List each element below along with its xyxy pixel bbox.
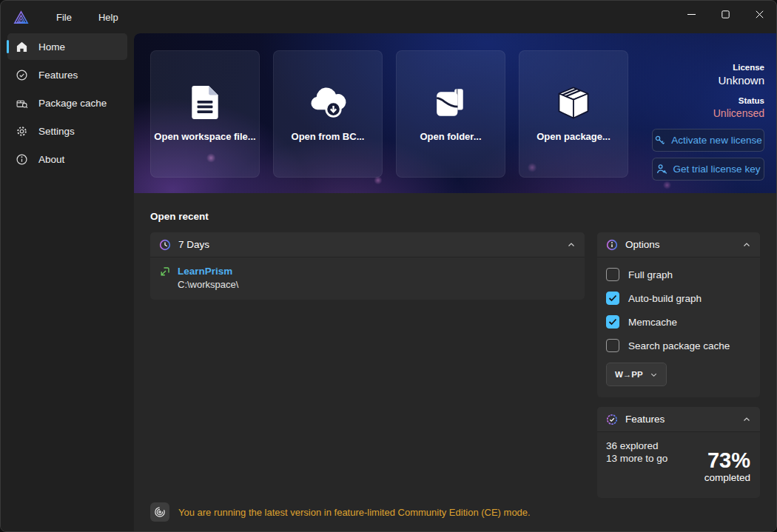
key-icon: [654, 135, 665, 146]
close-button[interactable]: [742, 1, 776, 27]
license-value: Unknown: [652, 74, 764, 87]
folder-icon: [431, 82, 470, 124]
features-completed-label: completed: [704, 472, 750, 483]
chevron-up-icon[interactable]: [742, 240, 751, 249]
option-memcache: Memcache: [597, 310, 760, 334]
sidebar-item-label: Settings: [38, 126, 75, 137]
recent-item-name: LearnPrism: [178, 266, 238, 277]
features-remaining: 13 more to go: [606, 452, 667, 465]
open-workspace-card[interactable]: Open workspace file...: [150, 50, 260, 178]
recent-group-label: 7 Days: [178, 239, 209, 250]
person-key-icon: [656, 164, 667, 175]
open-recent-title: Open recent: [150, 211, 760, 222]
window-controls: [674, 1, 776, 27]
checkbox-label: Auto-build graph: [628, 293, 702, 304]
home-icon: [14, 41, 29, 53]
open-package-card[interactable]: Open package...: [519, 50, 628, 178]
clock-icon: [159, 239, 171, 251]
cloud-download-icon: [307, 82, 349, 124]
gear-icon: [14, 125, 29, 138]
features-header[interactable]: Features: [597, 407, 760, 432]
content-area: Open recent 7 Days: [134, 193, 776, 531]
option-auto-build-graph: Auto-build graph: [597, 286, 760, 310]
card-label: Open from BC...: [292, 131, 365, 142]
minimize-button[interactable]: [674, 1, 708, 27]
document-icon: [188, 82, 222, 124]
options-title: Options: [625, 239, 660, 250]
chevron-up-icon[interactable]: [742, 415, 751, 424]
checkbox[interactable]: [606, 268, 619, 281]
menu-help[interactable]: Help: [88, 8, 129, 27]
status-message-text: You are running the latest version in fe…: [178, 507, 531, 518]
options-panel: Options Full graph Auto-: [597, 232, 760, 397]
recent-panel: 7 Days LearnPrism C:\workspace\: [150, 232, 585, 300]
info-icon: [14, 153, 29, 166]
license-label: License: [652, 63, 764, 72]
sidebar-item-label: About: [38, 154, 64, 165]
options-info-icon: [606, 239, 618, 251]
sidebar-item-label: Package cache: [38, 98, 107, 109]
features-explored: 36 explored: [606, 440, 667, 452]
maximize-button[interactable]: [708, 1, 742, 27]
button-label: Activate new license: [671, 135, 761, 146]
sidebar-item-label: Features: [38, 70, 78, 81]
features-seal-icon: [606, 414, 618, 425]
checkbox[interactable]: [606, 339, 619, 352]
graph-mode-dropdown[interactable]: W→PP: [606, 363, 667, 386]
checkbox[interactable]: [606, 315, 619, 329]
open-workspace-icon: [159, 266, 170, 290]
chevron-up-icon[interactable]: [567, 240, 576, 249]
checkbox[interactable]: [606, 292, 619, 305]
card-label: Open package...: [536, 131, 610, 142]
main-area: Open workspace file... Open from BC...: [134, 33, 776, 531]
checkbox-label: Memcache: [628, 317, 677, 328]
open-from-bc-card[interactable]: Open from BC...: [273, 50, 383, 178]
options-header[interactable]: Options: [597, 232, 760, 257]
sidebar-item-label: Home: [38, 41, 65, 53]
sidebar-item-home[interactable]: Home: [7, 33, 127, 60]
titlebar: File Help: [1, 1, 776, 33]
menu-file[interactable]: File: [46, 8, 82, 27]
option-full-graph: Full graph: [597, 263, 760, 286]
features-body: 36 explored 13 more to go 73% completed: [597, 432, 760, 498]
version-badge-icon: [150, 502, 169, 522]
option-search-package-cache: Search package cache: [597, 334, 760, 357]
sidebar-item-settings[interactable]: Settings: [7, 118, 127, 144]
status-value: Unlicensed: [652, 107, 764, 119]
features-percent: 73%: [704, 449, 750, 471]
status-message-bar: You are running the latest version in fe…: [150, 502, 531, 522]
menubar: File Help: [46, 8, 129, 27]
features-panel: Features 36 explored 13 more to go 73%: [597, 407, 760, 498]
features-title: Features: [625, 414, 665, 425]
app-logo-icon: [13, 9, 30, 26]
button-label: Get trial license key: [673, 164, 761, 175]
recent-group-header[interactable]: 7 Days: [150, 232, 585, 257]
recent-item[interactable]: LearnPrism C:\workspace\: [150, 257, 585, 300]
app-window: File Help Home Features: [0, 0, 777, 532]
package-search-icon: [14, 97, 29, 110]
card-label: Open folder...: [420, 131, 481, 142]
dropdown-value: W→PP: [615, 370, 643, 379]
recent-item-path: C:\workspace\: [178, 279, 238, 290]
checkbox-label: Search package cache: [628, 340, 730, 351]
sidebar-item-about[interactable]: About: [7, 146, 127, 172]
sidebar: Home Features Package cache Settings: [1, 33, 134, 531]
card-label: Open workspace file...: [154, 131, 255, 142]
right-column: Options Full graph Auto-: [597, 232, 760, 498]
features-badge-icon: [14, 69, 29, 81]
hero-banner: Open workspace file... Open from BC...: [134, 33, 776, 193]
checkbox-label: Full graph: [628, 269, 673, 280]
status-label: Status: [652, 96, 764, 105]
trial-license-button[interactable]: Get trial license key: [652, 158, 764, 181]
chevron-down-icon: [650, 371, 658, 379]
package-box-icon: [554, 82, 593, 124]
sidebar-item-package-cache[interactable]: Package cache: [7, 90, 127, 116]
sidebar-item-features[interactable]: Features: [7, 61, 127, 88]
activate-license-button[interactable]: Activate new license: [652, 129, 764, 152]
license-info: License Unknown Status Unlicensed Activa…: [652, 63, 764, 181]
open-folder-card[interactable]: Open folder...: [396, 50, 505, 178]
